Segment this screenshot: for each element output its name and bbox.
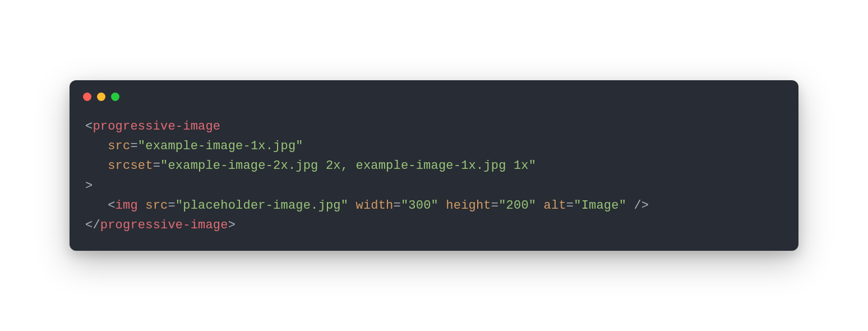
code-line: </progressive-image>: [85, 215, 783, 235]
code-token: img: [116, 199, 138, 213]
code-token: [85, 139, 108, 153]
code-token: [348, 199, 355, 213]
code-line: srcset="example-image-2x.jpg 2x, example…: [85, 156, 783, 176]
code-token: </: [85, 218, 100, 232]
code-token: [536, 199, 543, 213]
code-token: <: [85, 119, 93, 134]
code-token: "placeholder-image.jpg": [176, 199, 348, 213]
code-line: <img src="placeholder-image.jpg" width="…: [85, 196, 783, 215]
code-token: =: [168, 199, 175, 213]
code-token: "Image": [574, 199, 626, 213]
code-token: =: [394, 199, 401, 213]
code-token: "example-image-1x.jpg": [138, 139, 303, 153]
code-token: =: [566, 199, 574, 213]
maximize-icon[interactable]: [111, 93, 119, 101]
code-token: =: [130, 139, 137, 153]
code-block: <progressive-image src="example-image-1x…: [70, 107, 798, 235]
code-token: "example-image-2x.jpg 2x, example-image-…: [160, 159, 536, 173]
window-titlebar: [70, 80, 798, 107]
code-line: >: [85, 176, 783, 196]
code-token: alt: [544, 199, 566, 213]
code-token: >: [228, 218, 236, 232]
code-token: />: [626, 199, 649, 213]
code-token: "300": [401, 199, 438, 213]
code-token: progressive-image: [93, 119, 220, 134]
code-window: <progressive-image src="example-image-1x…: [70, 80, 798, 251]
code-token: =: [153, 159, 160, 173]
close-icon[interactable]: [83, 93, 91, 101]
code-token: width: [356, 199, 394, 213]
code-line: src="example-image-1x.jpg": [85, 136, 783, 156]
code-line: <progressive-image: [85, 117, 783, 136]
code-token: srcset: [108, 159, 153, 173]
code-token: =: [491, 199, 498, 213]
code-token: "200": [498, 199, 536, 213]
code-token: [438, 199, 446, 213]
code-token: src: [108, 139, 130, 153]
code-token: height: [446, 199, 491, 213]
code-token: [138, 199, 145, 213]
code-token: src: [145, 199, 168, 213]
code-token: <: [85, 199, 116, 213]
minimize-icon[interactable]: [97, 93, 105, 101]
code-token: [85, 159, 108, 173]
code-token: >: [85, 179, 93, 193]
code-token: progressive-image: [100, 218, 228, 232]
